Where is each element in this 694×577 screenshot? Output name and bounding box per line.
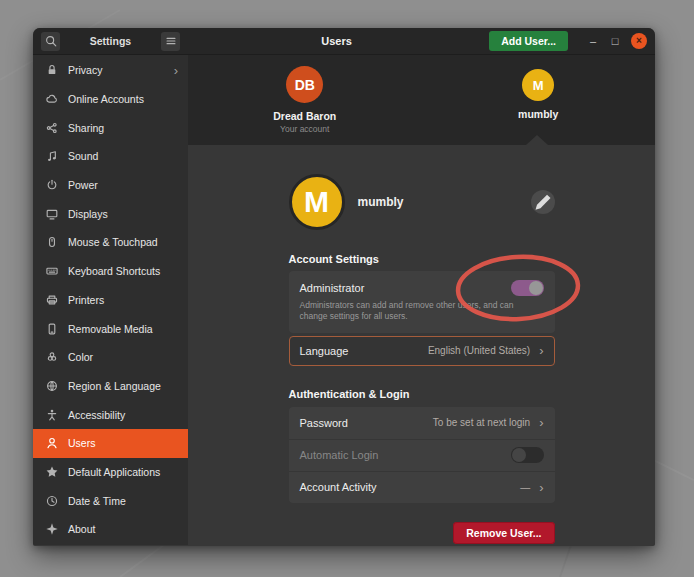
carousel-user-name: Dread Baron: [273, 110, 336, 122]
display-icon: [45, 207, 59, 221]
sidebar-item-displays[interactable]: Displays: [33, 199, 188, 228]
pencil-icon: [531, 190, 555, 214]
administrator-label: Administrator: [300, 282, 365, 294]
power-icon: [45, 178, 59, 192]
sidebar-item-power[interactable]: Power: [33, 171, 188, 200]
sidebar-list: Privacy›Online AccountsSharingSoundPower…: [33, 55, 188, 545]
sidebar-item-label: Keyboard Shortcuts: [68, 265, 160, 277]
sidebar-item-label: Default Applications: [68, 466, 160, 478]
maximize-button[interactable]: □: [604, 35, 626, 47]
sidebar-item-accessibility[interactable]: Accessibility: [33, 400, 188, 429]
username: mumbly: [358, 195, 404, 209]
printer-icon: [45, 293, 59, 307]
search-button[interactable]: [41, 32, 60, 51]
keyboard-icon: [45, 264, 59, 278]
hamburger-menu-icon: [164, 34, 178, 48]
sidebar-item-color[interactable]: Color: [33, 343, 188, 372]
sidebar-item-label: Accessibility: [68, 409, 125, 421]
sidebar-item-label: Mouse & Touchpad: [68, 236, 158, 248]
carousel-user-name: mumbly: [518, 108, 558, 120]
chevron-right-icon: ›: [539, 481, 543, 494]
chevron-right-icon: ›: [539, 344, 543, 357]
edit-name-button[interactable]: [531, 190, 555, 214]
add-user-button[interactable]: Add User...: [489, 31, 568, 51]
auth-box: Password To be set at next login › Autom…: [289, 407, 555, 503]
chevron-right-icon: ›: [174, 64, 178, 77]
users-panel: DBDread BaronYour accountMmumbly M mumbl…: [188, 55, 655, 545]
sidebar-item-label: Power: [68, 179, 98, 191]
accessibility-icon: [45, 408, 59, 422]
remove-user-button[interactable]: Remove User...: [453, 522, 554, 544]
carousel-user-subtitle: Your account: [280, 124, 329, 134]
users-icon: [45, 436, 59, 450]
administrator-toggle[interactable]: [511, 280, 544, 296]
sidebar-item-label: Region & Language: [68, 380, 161, 392]
chevron-right-icon: ›: [539, 416, 543, 429]
carousel-user-dread-baron[interactable]: DBDread BaronYour account: [240, 66, 370, 134]
menu-button[interactable]: [161, 32, 180, 51]
app-title: Settings: [60, 35, 161, 47]
sidebar-item-label: About: [68, 523, 95, 535]
toggle-knob: [512, 448, 526, 462]
automatic-login-row: Automatic Login: [289, 439, 555, 471]
avatar[interactable]: M: [289, 174, 345, 230]
close-button[interactable]: ×: [631, 33, 647, 49]
user-header: M mumbly: [289, 171, 555, 233]
user-carousel: DBDread BaronYour accountMmumbly: [188, 55, 655, 145]
sidebar-item-label: Color: [68, 351, 93, 363]
globe-icon: [45, 379, 59, 393]
sidebar-item-removable-media[interactable]: Removable Media: [33, 314, 188, 343]
sidebar-item-label: Privacy: [68, 64, 102, 76]
sidebar-item-label: Online Accounts: [68, 93, 144, 105]
selected-user-pointer: [526, 135, 548, 145]
sidebar-item-default-applications[interactable]: Default Applications: [33, 458, 188, 487]
star-icon: [45, 465, 59, 479]
titlebar[interactable]: Settings Users Add User... – □ ×: [33, 28, 655, 55]
about-icon: [45, 522, 59, 536]
avatar: DB: [286, 66, 323, 103]
sidebar-item-mouse-touchpad[interactable]: Mouse & Touchpad: [33, 228, 188, 257]
account-activity-row[interactable]: Account Activity — ›: [289, 471, 555, 503]
administrator-row: Administrator Administrators can add and…: [289, 271, 555, 333]
account-activity-value: —: [520, 482, 530, 493]
carousel-user-mumbly[interactable]: Mmumbly: [473, 66, 603, 120]
avatar: M: [522, 69, 554, 101]
password-label: Password: [300, 417, 348, 429]
automatic-login-label: Automatic Login: [300, 449, 379, 461]
sidebar-item-online-accounts[interactable]: Online Accounts: [33, 85, 188, 114]
sidebar-item-about[interactable]: About: [33, 515, 188, 544]
language-value: English (United States): [428, 345, 530, 356]
color-icon: [45, 350, 59, 364]
media-icon: [45, 322, 59, 336]
sidebar-item-label: Sound: [68, 150, 98, 162]
sidebar-item-users[interactable]: Users: [33, 429, 188, 458]
minimize-button[interactable]: –: [582, 35, 604, 47]
sidebar-item-label: Date & Time: [68, 495, 126, 507]
share-icon: [45, 121, 59, 135]
settings-window: Settings Users Add User... – □ × Privacy…: [33, 28, 655, 546]
password-row[interactable]: Password To be set at next login ›: [289, 407, 555, 439]
automatic-login-toggle: [511, 447, 544, 463]
panel-title: Users: [188, 35, 485, 47]
sidebar-item-sound[interactable]: Sound: [33, 142, 188, 171]
sidebar-item-printers[interactable]: Printers: [33, 286, 188, 315]
sidebar-item-sharing[interactable]: Sharing: [33, 113, 188, 142]
sidebar-item-region-language[interactable]: Region & Language: [33, 372, 188, 401]
language-label: Language: [300, 345, 349, 357]
user-detail: M mumbly Account Settings Administrator …: [188, 145, 655, 545]
titlebar-right: Users Add User... – □ ×: [188, 28, 655, 54]
language-row[interactable]: Language English (United States) ›: [289, 336, 555, 366]
search-icon: [44, 34, 58, 48]
sidebar-item-keyboard-shortcuts[interactable]: Keyboard Shortcuts: [33, 257, 188, 286]
mouse-icon: [45, 235, 59, 249]
cloud-icon: [45, 92, 59, 106]
titlebar-left: Settings: [33, 32, 188, 51]
sidebar-item-label: Users: [68, 437, 95, 449]
sidebar-item-privacy[interactable]: Privacy›: [33, 56, 188, 85]
lock-icon: [45, 63, 59, 77]
sidebar-item-label: Printers: [68, 294, 104, 306]
sidebar-item-label: Displays: [68, 208, 108, 220]
sidebar-item-date-time[interactable]: Date & Time: [33, 486, 188, 515]
password-value: To be set at next login: [433, 417, 530, 428]
auth-login-title: Authentication & Login: [289, 388, 555, 400]
